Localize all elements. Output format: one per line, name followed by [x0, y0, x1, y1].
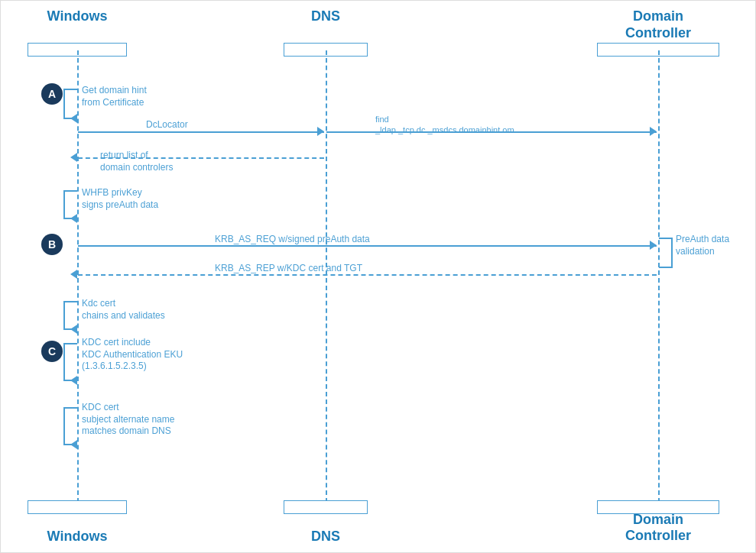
footer-dns: DNS [284, 529, 368, 545]
header-dc: DomainController [597, 8, 719, 41]
arrowhead-get-domain [70, 114, 77, 123]
label-preauth: PreAuth datavalidation [676, 234, 729, 257]
vline-dc [658, 50, 660, 503]
arrowhead-find-ldap [650, 127, 657, 136]
arrowhead-dclocator [317, 127, 324, 136]
label-krb-rep: KRB_AS_REP w/KDC cert and TGT [215, 263, 362, 275]
arrowhead-whfb [70, 214, 77, 223]
arrowhead-krb-rep [70, 270, 77, 279]
vline-windows [77, 50, 79, 503]
arrowhead-kdc-subject [70, 440, 77, 449]
arrowhead-krb-req [650, 241, 657, 250]
header-windows: Windows [28, 8, 127, 24]
label-kdc-subject: KDC certsubject alternate namematches do… [82, 402, 174, 438]
box-windows-bottom [28, 500, 127, 514]
diagram-container: Windows DNS DomainController A Get domai… [0, 0, 756, 553]
label-whfb: WHFB privKeysigns preAuth data [82, 187, 158, 211]
self-arrow-preauth [659, 238, 673, 268]
arrow-dclocator [78, 131, 324, 133]
badge-b: B [41, 234, 63, 255]
header-dns: DNS [284, 8, 368, 24]
badge-a: A [41, 83, 63, 105]
label-dclocator: DcLocator [146, 119, 188, 131]
footer-windows: Windows [28, 529, 127, 545]
arrow-krb-rep [78, 274, 657, 276]
vline-dns [326, 50, 327, 503]
arrowhead-return-list [70, 153, 77, 162]
label-kdc-chains: Kdc certchains and validates [82, 298, 165, 322]
label-kdc-include: KDC cert includeKDC Authentication EKU(1… [82, 337, 183, 373]
arrowhead-kdc-chains [70, 325, 77, 334]
arrowhead-kdc-include [70, 376, 77, 385]
label-get-domain: Get domain hintfrom Certificate [82, 85, 147, 108]
label-find-ldap: find_ldap._tcp.dc._msdcs.domainhint.om [375, 114, 514, 136]
label-return-list: return list ofdomain controlers [100, 150, 173, 173]
box-dns-bottom [284, 500, 368, 514]
badge-c: C [41, 341, 63, 362]
footer-dc: DomainController [597, 512, 719, 545]
label-krb-req: KRB_AS_REQ w/signed preAuth data [215, 234, 370, 246]
